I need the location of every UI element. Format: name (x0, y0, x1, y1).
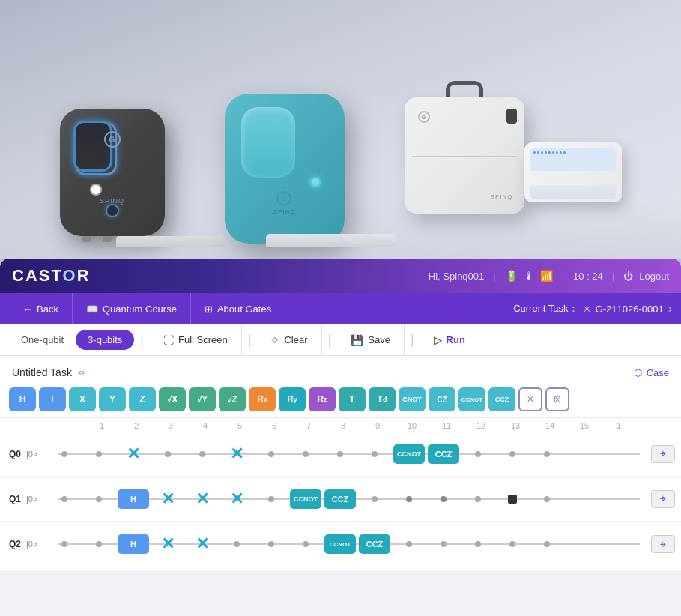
cell-Q0-1[interactable] (47, 432, 82, 477)
cell-Q1-14[interactable] (495, 477, 530, 522)
device-teal: G SPINQ (225, 94, 345, 244)
cell-Q0-10[interactable] (357, 432, 392, 477)
three-qubits-button[interactable]: 3-qubits (76, 330, 134, 350)
device-briefcase: SPINQ G (405, 97, 524, 214)
cell-Q2-13[interactable] (461, 522, 495, 567)
cell-Q0-8[interactable] (288, 432, 323, 477)
task-next-button[interactable]: › (668, 302, 672, 315)
cell-Q2-1[interactable] (47, 522, 82, 567)
cell-Q2-6[interactable] (220, 522, 254, 567)
cell-Q2-2[interactable] (82, 522, 116, 567)
cell-Q1-12[interactable] (426, 477, 461, 522)
cell-Q2-12[interactable] (426, 522, 461, 567)
cell-Q2-15[interactable] (530, 522, 564, 567)
time-display: 10 : 24 (573, 271, 603, 282)
run-button[interactable]: ▷ Run (420, 324, 479, 356)
qubit-Q0-init: |0> (26, 450, 47, 459)
gate-sqrtZ[interactable]: √Z (219, 387, 246, 411)
cell-Q2-9[interactable]: CCNOT (323, 522, 357, 567)
cell-Q0-4[interactable] (151, 432, 185, 477)
cell-Q1-11[interactable] (392, 477, 426, 522)
cell-Q2-14[interactable] (495, 522, 530, 567)
cell-Q0-12[interactable]: CCZ (426, 432, 461, 477)
cell-Q0-3[interactable]: ✕ (116, 432, 151, 477)
gate-Y[interactable]: Y (99, 387, 126, 411)
task-title-container: Untitled Task ✏ (12, 366, 86, 378)
cell-Q1-2[interactable] (82, 477, 116, 522)
cell-Q1-15[interactable] (530, 477, 564, 522)
cell-Q2-7[interactable] (254, 522, 288, 567)
gate-Rz[interactable]: Rz (309, 387, 336, 411)
cell-Q0-7[interactable] (254, 432, 288, 477)
cell-Q0-13[interactable] (461, 432, 495, 477)
cell-Q0-11[interactable]: CCNOT (392, 432, 426, 477)
gate-xs1[interactable]: × (518, 387, 542, 411)
gate-CZ[interactable]: CZ (429, 387, 455, 411)
cell-Q2-4[interactable]: ✕ (151, 522, 185, 567)
qubit-Q2-init: |0> (26, 540, 47, 549)
cell-Q0-5[interactable] (185, 432, 220, 477)
task-spinner-icon: ✳ (583, 304, 591, 315)
quantum-course-button[interactable]: 📖 Quantum Course (73, 293, 191, 324)
cell-Q1-5[interactable]: ✕ (185, 477, 220, 522)
cell-Q1-10[interactable] (357, 477, 392, 522)
cell-Q1-3[interactable]: H (116, 477, 151, 522)
gate-CNOT[interactable]: CNOT (399, 387, 426, 411)
qubit-row-Q0: Q0 |0> ✕ ✕ (0, 432, 681, 477)
cell-Q0-9[interactable] (323, 432, 357, 477)
qubit-Q1-cells: H ✕ ✕ ✕ CCNOT CCZ (47, 477, 564, 522)
cell-Q2-3[interactable]: H (116, 522, 151, 567)
cell-Q1-8[interactable]: CCNOT (288, 477, 323, 522)
gate-Ry[interactable]: Ry (279, 387, 306, 411)
cell-Q0-2[interactable] (82, 432, 116, 477)
cell-Q2-5[interactable]: ✕ (185, 522, 220, 567)
gate-CCZ[interactable]: CCZ (488, 387, 515, 411)
back-button[interactable]: ← Back (9, 293, 73, 324)
wifi-icon: 📶 (540, 270, 553, 282)
measure-Q2: ⌖ (651, 535, 675, 553)
cell-Q1-6[interactable]: ✕ (220, 477, 254, 522)
fullscreen-button[interactable]: ⛶ Full Screen (150, 324, 242, 356)
gate-T[interactable]: T (339, 387, 366, 411)
logout-button[interactable]: Logout (639, 271, 669, 282)
gate-sqrtY[interactable]: √Y (189, 387, 216, 411)
qubit-Q2-label: Q2 (0, 539, 26, 549)
gate-I[interactable]: I (39, 387, 66, 411)
cell-Q2-10[interactable]: CCZ (357, 522, 392, 567)
gate-sqrtX[interactable]: √X (159, 387, 186, 411)
cell-Q1-7[interactable] (254, 477, 288, 522)
gate-palette: H I X Y Z √X √Y √Z Rx Ry Rz T Td CNOT CZ… (0, 384, 681, 418)
task-bar: Untitled Task ✏ ⬡ Case (0, 363, 681, 384)
gate-Z[interactable]: Z (129, 387, 156, 411)
gate-Td[interactable]: Td (369, 387, 396, 411)
battery-icon: 🔋 (505, 270, 518, 282)
cell-Q2-8[interactable] (288, 522, 323, 567)
cell-Q1-1[interactable] (47, 477, 82, 522)
case-button[interactable]: ⬡ Case (634, 367, 669, 378)
cell-Q2-11[interactable] (392, 522, 426, 567)
about-gates-button[interactable]: ⊞ About Gates (191, 293, 285, 324)
clear-button[interactable]: ✧ Clear (257, 324, 321, 356)
save-button[interactable]: 💾 Save (337, 324, 405, 356)
one-qubit-button[interactable]: One-qubit (9, 330, 76, 350)
device-printer (524, 142, 622, 202)
qubit-Q0-label: Q0 (0, 449, 26, 459)
gate-xs2[interactable]: ⊠ (545, 387, 569, 411)
cell-Q1-13[interactable] (461, 477, 495, 522)
cell-Q0-14[interactable] (495, 432, 530, 477)
clock-icon: ⏻ (623, 271, 633, 282)
edit-task-icon[interactable]: ✏ (78, 367, 86, 378)
cell-Q1-4[interactable]: ✕ (151, 477, 185, 522)
thermometer-icon: 🌡 (524, 270, 534, 282)
qubit-Q1-label: Q1 (0, 494, 26, 504)
measure-Q0: ⌖ (651, 445, 675, 463)
gate-CCNOT[interactable]: CCNOT (458, 387, 485, 411)
gate-X[interactable]: X (69, 387, 96, 411)
cell-Q0-6[interactable]: ✕ (220, 432, 254, 477)
task-id: G-211026-0001 (596, 304, 664, 315)
save-icon: 💾 (351, 334, 363, 346)
cell-Q0-15[interactable] (530, 432, 564, 477)
gate-Rx[interactable]: Rx (249, 387, 276, 411)
gate-H[interactable]: H (9, 387, 36, 411)
cell-Q1-9[interactable]: CCZ (323, 477, 357, 522)
